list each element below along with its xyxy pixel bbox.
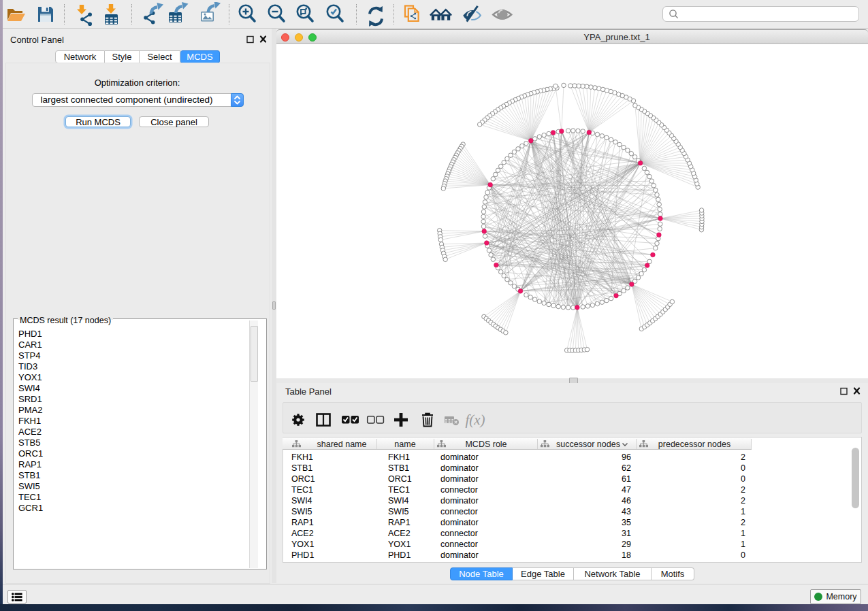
svg-text:f(x): f(x) [465,412,485,428]
